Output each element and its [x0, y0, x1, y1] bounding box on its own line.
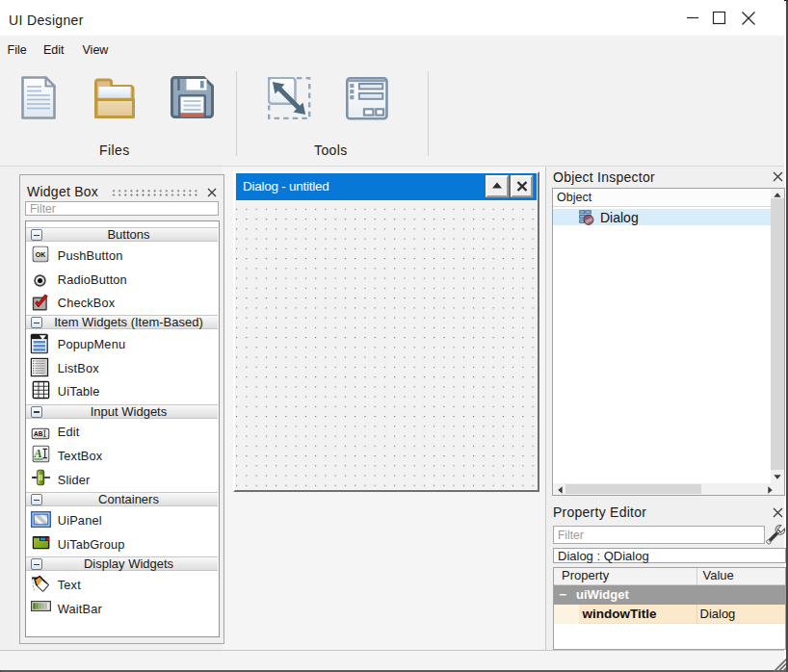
svg-text:AB: AB — [34, 430, 43, 437]
svg-text:OK: OK — [35, 251, 45, 258]
svg-text:A: A — [33, 447, 41, 460]
